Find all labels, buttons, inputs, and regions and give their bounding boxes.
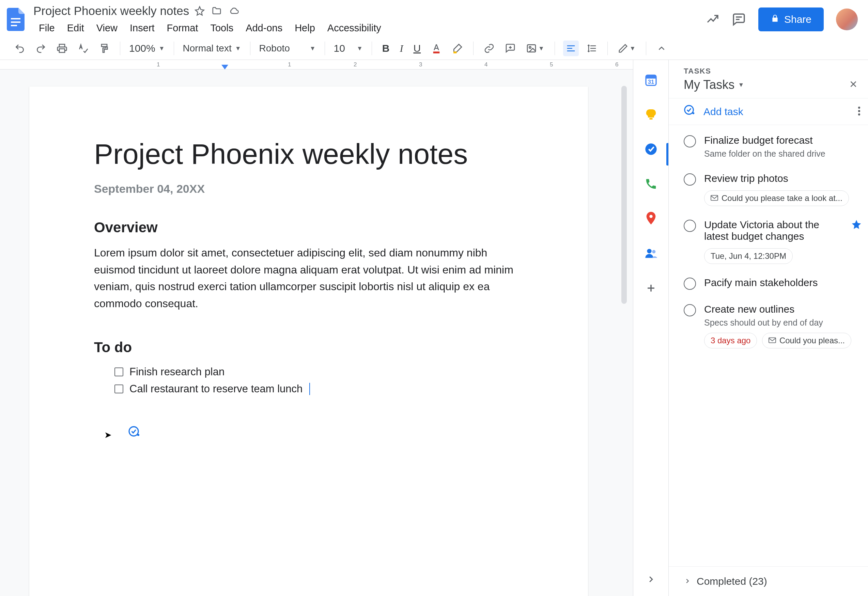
chevron-down-icon: ▼ <box>159 45 165 52</box>
main-area: 1 1 2 3 4 5 6 Project Phoenix weekly not… <box>0 60 868 596</box>
insert-image-button[interactable]: ▼ <box>524 41 546 56</box>
underline-button[interactable]: U <box>411 41 423 56</box>
align-left-button[interactable] <box>563 41 579 56</box>
task-item[interactable]: Finalize budget forecast Same folder on … <box>684 128 860 167</box>
date-chip[interactable]: Tue, Jun 4, 12:30PM <box>704 248 793 264</box>
italic-button[interactable]: I <box>397 41 405 56</box>
task-complete-circle[interactable] <box>684 173 696 186</box>
completed-section[interactable]: Completed (23) <box>669 566 868 596</box>
bold-button[interactable]: B <box>380 41 392 56</box>
overdue-chip[interactable]: 3 days ago <box>704 333 757 348</box>
checkbox-icon[interactable] <box>114 385 123 393</box>
document-page[interactable]: Project Phoenix weekly notes September 0… <box>29 87 588 596</box>
tasks-panel: TASKS My Tasks ▼ Add task Finalize budge… <box>669 60 868 596</box>
task-item[interactable]: Update Victoria about the latest budget … <box>684 213 860 271</box>
redo-button[interactable] <box>33 41 49 56</box>
tasks-menu-button[interactable] <box>858 106 861 118</box>
paint-format-button[interactable] <box>97 41 112 56</box>
menu-format[interactable]: Format <box>161 21 204 36</box>
todo-item: Call restaurant to reserve team lunch <box>114 383 523 395</box>
add-addon-rail-icon[interactable] <box>644 281 658 295</box>
menu-help[interactable]: Help <box>289 21 320 36</box>
chevron-down-icon: ▼ <box>538 45 545 52</box>
menu-accessibility[interactable]: Accessibility <box>322 21 387 36</box>
tasks-list-dropdown[interactable]: My Tasks ▼ <box>684 78 744 92</box>
maps-rail-icon[interactable] <box>644 212 658 226</box>
font-size-value: 10 <box>334 43 345 54</box>
task-complete-circle[interactable] <box>684 220 696 232</box>
highlight-button[interactable] <box>450 41 465 56</box>
tasks-add-row: Add task <box>669 98 868 125</box>
svg-point-19 <box>858 110 860 112</box>
print-button[interactable] <box>55 41 69 56</box>
paragraph-style-dropdown[interactable]: Normal text▼ <box>182 41 242 55</box>
document-title[interactable]: Project Phoenix weekly notes <box>33 4 189 18</box>
task-item[interactable]: Create new outlines Specs should out by … <box>684 297 860 355</box>
todo-text: Finish research plan <box>130 366 224 378</box>
separator <box>607 41 608 55</box>
text-color-button[interactable] <box>429 41 444 56</box>
horizontal-ruler[interactable]: 1 1 2 3 4 5 6 <box>0 60 633 69</box>
zoom-dropdown[interactable]: 100%▼ <box>128 41 165 56</box>
menu-edit[interactable]: Edit <box>62 21 90 36</box>
checkbox-icon[interactable] <box>114 367 123 376</box>
star-filled-icon[interactable] <box>851 219 862 231</box>
mouse-cursor-icon: ➤ <box>104 430 112 440</box>
calendar-rail-icon[interactable]: 31 <box>644 73 658 87</box>
tasks-rail-icon[interactable] <box>644 142 658 156</box>
svg-point-7 <box>529 47 531 49</box>
chip-text: 3 days ago <box>711 336 750 345</box>
expand-rail-icon[interactable] <box>646 574 656 586</box>
editing-mode-button[interactable]: ▼ <box>616 41 638 56</box>
insert-link-button[interactable] <box>482 41 497 56</box>
add-task-inline-icon[interactable] <box>128 426 140 439</box>
chevron-down-icon: ▼ <box>738 81 744 89</box>
editor-column: 1 1 2 3 4 5 6 Project Phoenix weekly not… <box>0 60 633 596</box>
account-avatar[interactable] <box>836 9 858 30</box>
task-complete-circle[interactable] <box>684 304 696 316</box>
undo-button[interactable] <box>12 41 27 56</box>
menu-view[interactable]: View <box>91 21 123 36</box>
keep-rail-icon[interactable] <box>644 108 658 121</box>
task-title: Create new outlines <box>704 304 860 315</box>
activity-icon[interactable] <box>706 13 719 26</box>
move-folder-icon[interactable] <box>211 6 222 16</box>
star-icon[interactable] <box>195 6 205 16</box>
svg-rect-6 <box>527 44 536 52</box>
menu-file[interactable]: File <box>33 21 60 36</box>
line-spacing-button[interactable] <box>585 41 599 56</box>
add-comment-button[interactable] <box>503 41 518 56</box>
menu-tools[interactable]: Tools <box>205 21 239 36</box>
task-complete-circle[interactable] <box>684 277 696 290</box>
contacts-rail-icon[interactable] <box>644 177 658 191</box>
ruler-tick: 3 <box>419 61 422 68</box>
tasks-list: Finalize budget forecast Same folder on … <box>669 125 868 566</box>
collapse-toolbar-button[interactable] <box>654 41 669 56</box>
add-task-button[interactable]: Add task <box>684 105 743 118</box>
close-panel-button[interactable] <box>848 79 858 91</box>
menu-insert[interactable]: Insert <box>124 21 160 36</box>
people-rail-icon[interactable] <box>644 246 658 260</box>
cloud-status-icon[interactable] <box>229 6 239 16</box>
indent-marker-icon[interactable] <box>221 65 228 69</box>
task-complete-circle[interactable] <box>684 135 696 148</box>
task-item[interactable]: Pacify main stakeholders <box>684 271 860 297</box>
task-title: Pacify main stakeholders <box>704 277 860 288</box>
chip-text: Could you pleas... <box>779 336 845 345</box>
email-chip[interactable]: Could you please take a look at... <box>704 190 849 206</box>
font-size-dropdown[interactable]: 10▼ <box>333 41 363 56</box>
svg-point-20 <box>858 113 860 115</box>
vertical-scrollbar[interactable] <box>621 86 627 304</box>
comments-icon[interactable] <box>732 12 746 27</box>
svg-point-14 <box>649 215 652 218</box>
docs-app-icon[interactable] <box>4 4 27 35</box>
share-button[interactable]: Share <box>758 7 824 31</box>
svg-text:31: 31 <box>648 79 654 85</box>
spellcheck-button[interactable] <box>75 41 91 56</box>
title-icons <box>195 6 239 16</box>
task-item[interactable]: Review trip photos Could you please take… <box>684 167 860 213</box>
tasks-label: TASKS <box>684 67 858 75</box>
font-dropdown[interactable]: Roboto▼ <box>258 41 316 55</box>
menu-addons[interactable]: Add-ons <box>240 21 288 36</box>
email-chip[interactable]: Could you pleas... <box>762 333 851 348</box>
